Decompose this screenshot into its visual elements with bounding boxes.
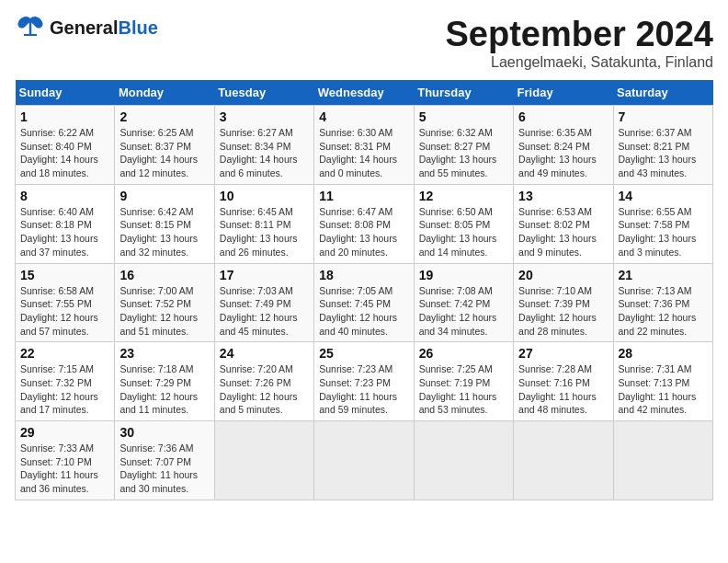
calendar-cell: 10Sunrise: 6:45 AM Sunset: 8:11 PM Dayli… [214,184,313,263]
day-number: 14 [619,189,708,203]
calendar-cell: 15Sunrise: 6:58 AM Sunset: 7:55 PM Dayli… [16,263,115,342]
day-info: Sunrise: 6:42 AM Sunset: 8:15 PM Dayligh… [119,205,209,259]
day-info: Sunrise: 7:28 AM Sunset: 7:16 PM Dayligh… [518,362,608,417]
day-number: 15 [20,268,109,282]
week-row-5: 29Sunrise: 7:33 AM Sunset: 7:10 PM Dayli… [16,421,713,500]
calendar-cell: 3Sunrise: 6:27 AM Sunset: 8:34 PM Daylig… [214,106,313,185]
calendar-cell: 17Sunrise: 7:03 AM Sunset: 7:49 PM Dayli… [214,263,313,342]
day-number: 27 [518,346,608,361]
calendar-cell: 18Sunrise: 7:05 AM Sunset: 7:45 PM Dayli… [314,263,414,342]
day-number: 1 [20,109,109,124]
day-number: 16 [119,268,209,282]
calendar-cell: 27Sunrise: 7:28 AM Sunset: 7:16 PM Dayli… [514,342,613,421]
day-info: Sunrise: 6:47 AM Sunset: 8:08 PM Dayligh… [319,205,408,259]
day-info: Sunrise: 6:27 AM Sunset: 8:34 PM Dayligh… [220,126,309,180]
day-number: 28 [619,346,708,361]
day-number: 24 [220,346,309,361]
day-number: 20 [518,268,608,282]
day-number: 4 [319,109,408,124]
calendar-cell: 7Sunrise: 6:37 AM Sunset: 8:21 PM Daylig… [613,106,712,185]
day-number: 9 [119,189,209,203]
day-info: Sunrise: 6:58 AM Sunset: 7:55 PM Dayligh… [20,284,109,339]
day-number: 7 [619,109,708,124]
day-number: 10 [220,189,309,203]
day-number: 3 [220,109,309,124]
calendar-title: September 2024 [446,15,714,54]
week-row-3: 15Sunrise: 6:58 AM Sunset: 7:55 PM Dayli… [16,263,713,342]
day-info: Sunrise: 7:08 AM Sunset: 7:42 PM Dayligh… [419,284,508,339]
calendar-cell: 6Sunrise: 6:35 AM Sunset: 8:24 PM Daylig… [514,106,613,185]
calendar-subtitle: Laengelmaeki, Satakunta, Finland [446,54,714,71]
day-info: Sunrise: 7:15 AM Sunset: 7:32 PM Dayligh… [20,362,109,417]
header-row: SundayMondayTuesdayWednesdayThursdayFrid… [16,80,713,106]
logo-blue: Blue [118,17,157,38]
header-day-thursday: Thursday [414,80,513,106]
day-info: Sunrise: 7:03 AM Sunset: 7:49 PM Dayligh… [220,284,309,339]
day-info: Sunrise: 7:20 AM Sunset: 7:26 PM Dayligh… [220,362,309,417]
day-info: Sunrise: 7:13 AM Sunset: 7:36 PM Dayligh… [619,284,708,339]
calendar-cell: 21Sunrise: 7:13 AM Sunset: 7:36 PM Dayli… [613,263,712,342]
calendar-cell: 13Sunrise: 6:53 AM Sunset: 8:02 PM Dayli… [514,184,613,263]
day-info: Sunrise: 6:45 AM Sunset: 8:11 PM Dayligh… [220,205,309,259]
day-number: 30 [119,425,209,440]
day-info: Sunrise: 6:55 AM Sunset: 7:58 PM Dayligh… [619,205,708,259]
logo-general: General [50,17,118,38]
calendar-cell: 23Sunrise: 7:18 AM Sunset: 7:29 PM Dayli… [115,342,214,421]
day-info: Sunrise: 7:05 AM Sunset: 7:45 PM Dayligh… [319,284,408,339]
day-info: Sunrise: 6:35 AM Sunset: 8:24 PM Dayligh… [518,126,608,180]
calendar-table: SundayMondayTuesdayWednesdayThursdayFrid… [15,80,713,500]
calendar-cell: 26Sunrise: 7:25 AM Sunset: 7:19 PM Dayli… [414,342,513,421]
header-day-tuesday: Tuesday [214,80,313,106]
day-number: 6 [518,109,608,124]
calendar-header: SundayMondayTuesdayWednesdayThursdayFrid… [16,80,713,106]
calendar-cell: 30Sunrise: 7:36 AM Sunset: 7:07 PM Dayli… [115,421,214,500]
day-info: Sunrise: 6:37 AM Sunset: 8:21 PM Dayligh… [619,126,708,180]
header-day-wednesday: Wednesday [314,80,414,106]
title-area: September 2024 Laengelmaeki, Satakunta, … [446,15,714,71]
day-info: Sunrise: 6:50 AM Sunset: 8:05 PM Dayligh… [419,205,508,259]
week-row-1: 1Sunrise: 6:22 AM Sunset: 8:40 PM Daylig… [16,106,713,185]
day-number: 5 [419,109,508,124]
day-info: Sunrise: 7:33 AM Sunset: 7:10 PM Dayligh… [20,442,109,496]
day-number: 29 [20,425,109,440]
day-number: 17 [220,268,309,282]
day-number: 19 [419,268,508,282]
header-day-monday: Monday [115,80,214,106]
day-number: 25 [319,346,408,361]
calendar-cell: 11Sunrise: 6:47 AM Sunset: 8:08 PM Dayli… [314,184,414,263]
calendar-cell: 25Sunrise: 7:23 AM Sunset: 7:23 PM Dayli… [314,342,414,421]
day-info: Sunrise: 6:32 AM Sunset: 8:27 PM Dayligh… [419,126,508,180]
day-number: 23 [119,346,209,361]
day-number: 13 [518,189,608,203]
calendar-cell: 29Sunrise: 7:33 AM Sunset: 7:10 PM Dayli… [16,421,115,500]
calendar-cell: 2Sunrise: 6:25 AM Sunset: 8:37 PM Daylig… [115,106,214,185]
day-info: Sunrise: 6:22 AM Sunset: 8:40 PM Dayligh… [20,126,109,180]
day-number: 12 [419,189,508,203]
calendar-cell: 20Sunrise: 7:10 AM Sunset: 7:39 PM Dayli… [514,263,613,342]
day-info: Sunrise: 7:00 AM Sunset: 7:52 PM Dayligh… [119,284,209,339]
day-number: 21 [619,268,708,282]
header-day-sunday: Sunday [16,80,115,106]
header-day-friday: Friday [514,80,613,106]
day-info: Sunrise: 7:18 AM Sunset: 7:29 PM Dayligh… [119,362,209,417]
calendar-cell: 8Sunrise: 6:40 AM Sunset: 8:18 PM Daylig… [16,184,115,263]
calendar-cell: 4Sunrise: 6:30 AM Sunset: 8:31 PM Daylig… [314,106,414,185]
calendar-cell: 16Sunrise: 7:00 AM Sunset: 7:52 PM Dayli… [115,263,214,342]
day-info: Sunrise: 7:23 AM Sunset: 7:23 PM Dayligh… [319,362,408,417]
day-info: Sunrise: 7:36 AM Sunset: 7:07 PM Dayligh… [119,442,209,496]
week-row-4: 22Sunrise: 7:15 AM Sunset: 7:32 PM Dayli… [16,342,713,421]
calendar-cell [314,421,414,500]
calendar-cell [613,421,712,500]
logo-bird-icon [15,15,46,40]
calendar-cell [514,421,613,500]
day-info: Sunrise: 6:40 AM Sunset: 8:18 PM Dayligh… [20,205,109,259]
day-number: 26 [419,346,508,361]
header-day-saturday: Saturday [613,80,712,106]
calendar-cell: 9Sunrise: 6:42 AM Sunset: 8:15 PM Daylig… [115,184,214,263]
calendar-cell: 14Sunrise: 6:55 AM Sunset: 7:58 PM Dayli… [613,184,712,263]
day-info: Sunrise: 7:31 AM Sunset: 7:13 PM Dayligh… [619,362,708,417]
day-number: 8 [20,189,109,203]
day-number: 18 [319,268,408,282]
week-row-2: 8Sunrise: 6:40 AM Sunset: 8:18 PM Daylig… [16,184,713,263]
day-info: Sunrise: 7:10 AM Sunset: 7:39 PM Dayligh… [518,284,608,339]
